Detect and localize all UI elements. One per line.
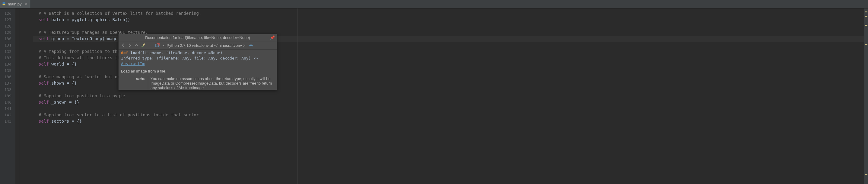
- tab-main-py[interactable]: main.py ✕: [0, 0, 30, 8]
- indent-guides: [15, 8, 33, 184]
- code-line[interactable]: [33, 105, 868, 112]
- line-number: 138: [0, 86, 11, 93]
- back-icon[interactable]: [121, 43, 125, 48]
- line-number: 143: [0, 118, 11, 125]
- python-file-icon: [2, 1, 6, 7]
- stripe-marker[interactable]: [865, 25, 867, 26]
- line-number: 136: [0, 74, 11, 80]
- line-number: 133: [0, 55, 11, 61]
- stripe-marker[interactable]: [865, 44, 867, 45]
- note-label: note:: [121, 76, 148, 90]
- pin-icon[interactable]: 📌: [270, 35, 275, 40]
- code-line[interactable]: self.batch = pyglet.graphics.Batch(): [33, 17, 868, 23]
- tab-filename: main.py: [8, 2, 22, 6]
- tab-bar: main.py ✕: [0, 0, 868, 8]
- gear-icon[interactable]: [249, 43, 253, 48]
- stripe-marker[interactable]: [865, 16, 867, 17]
- svg-rect-1: [3, 4, 5, 5]
- docs-note: note: You can make no assumptions about …: [119, 75, 277, 90]
- line-number: 140: [0, 99, 11, 105]
- documentation-popup: Documentation for load(filename, file=No…: [118, 34, 277, 90]
- edit-source-icon[interactable]: [141, 43, 145, 48]
- code-line[interactable]: [33, 23, 868, 29]
- line-number: 141: [0, 105, 11, 112]
- code-line[interactable]: # Mapping from sector to a list of posit…: [33, 112, 868, 118]
- code-line[interactable]: self._shown = {}: [33, 99, 868, 105]
- close-icon[interactable]: ✕: [24, 2, 27, 6]
- docs-toolbar: < Python 2.7.10 virtualenv at ~/minecraf…: [119, 41, 277, 50]
- line-number: 130: [0, 36, 11, 42]
- line-number: 142: [0, 112, 11, 118]
- stripe-marker[interactable]: [865, 174, 867, 175]
- external-docs-icon[interactable]: [155, 43, 160, 48]
- code-line[interactable]: # A Batch is a collection of vertex list…: [33, 10, 868, 17]
- line-number: 131: [0, 42, 11, 48]
- line-number: 126: [0, 10, 11, 17]
- stripe-marker[interactable]: [865, 11, 867, 12]
- right-margin-guide: [298, 8, 298, 184]
- line-number: 129: [0, 29, 11, 36]
- docs-description: Load an image from a file.: [119, 67, 277, 75]
- code-line[interactable]: # Mapping from position to a pygle: [33, 93, 868, 99]
- line-number: 137: [0, 80, 11, 86]
- line-number: 135: [0, 68, 11, 74]
- line-number: 139: [0, 93, 11, 99]
- svg-point-3: [250, 45, 252, 46]
- docs-signature: def load(filename, file=None, decoder=No…: [119, 50, 277, 67]
- docs-title: Documentation for load(filename, file=No…: [119, 34, 277, 41]
- forward-icon[interactable]: [128, 43, 132, 48]
- type-link[interactable]: AbstractIm: [121, 61, 145, 66]
- line-number: 132: [0, 48, 11, 55]
- gutter: 1261271281291301311321331341351361371381…: [0, 8, 15, 184]
- note-text: You can make no assumptions about the re…: [148, 76, 274, 90]
- line-number: 127: [0, 17, 11, 23]
- line-number: 134: [0, 61, 11, 68]
- up-icon[interactable]: [134, 43, 138, 48]
- line-number: 128: [0, 23, 11, 29]
- code-line[interactable]: self.sectors = {}: [33, 118, 868, 125]
- error-stripe[interactable]: [864, 8, 868, 184]
- env-label: < Python 2.7.10 virtualenv at ~/minecraf…: [162, 43, 247, 48]
